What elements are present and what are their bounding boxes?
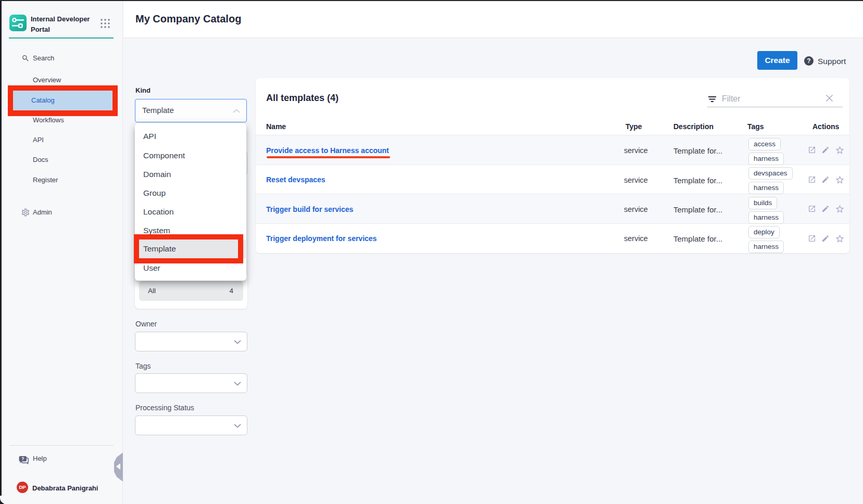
svg-text:?: ? [21,456,24,461]
